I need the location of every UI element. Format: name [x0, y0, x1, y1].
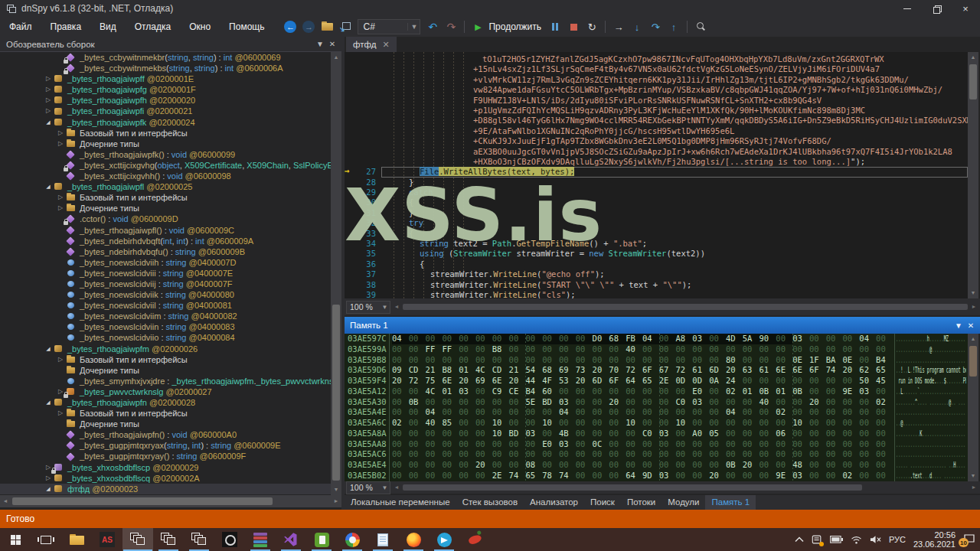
tree-item[interactable]: Дочерние типы	[0, 419, 331, 429]
tree-item[interactable]: ◢_bytes_rthoagjaiwpfk @02000024	[0, 117, 331, 128]
tree-item[interactable]: ◢_bytes_rthoagjaiwpfm @02000026	[0, 344, 331, 354]
language-combobox[interactable]: C# ▼	[358, 19, 420, 34]
navigate-back-button[interactable]: ←	[281, 18, 299, 35]
tree-item[interactable]: ▷Дочерние типы	[0, 203, 331, 214]
dnspy-taskbar-icon[interactable]	[184, 528, 214, 551]
expand-icon[interactable]: ▷	[55, 128, 66, 139]
tree-item[interactable]: _bytes_gugpjmtqxryay() : string @0600009…	[0, 451, 331, 461]
tree-item[interactable]: ▷_bytes_pwvvctwrknslg @02000027	[0, 386, 331, 397]
attach-process-button[interactable]	[336, 18, 354, 35]
continue-button[interactable]: ▶	[469, 18, 487, 35]
memory-vertical-scrollbar[interactable]: ▲ ▼	[968, 334, 978, 481]
memory-row[interactable]: 03AE5A4E00000400000000000000040000000000…	[345, 407, 968, 418]
menu-item[interactable]: Вид	[90, 17, 126, 37]
code-line[interactable]: +15nLv4sxZjz1Lf3SLjrSqCmeF4tBy4v67VN5x0a…	[345, 64, 968, 74]
editor-horizontal-scrollbar[interactable]: ◄ ►	[392, 301, 978, 313]
document-tab[interactable]: фтфд ✕	[346, 37, 397, 52]
notepad-plus-plus-icon[interactable]	[306, 528, 337, 551]
code-line[interactable]: +vlvMrkCW11zj7RmL3vGqZn9sZCEYhitqern6KK1…	[345, 75, 968, 85]
tool-tab[interactable]: Модули	[662, 495, 705, 510]
undo-button[interactable]: ↶	[423, 18, 442, 35]
open-file-button[interactable]	[318, 18, 336, 35]
memory-zoom-combobox[interactable]: 100 % ▼	[346, 481, 390, 494]
breakpoint-gutter[interactable]	[345, 96, 355, 106]
tree-item[interactable]: ▷Базовый тип и интерфейсы	[0, 192, 331, 203]
menu-item[interactable]: Отладка	[126, 17, 180, 37]
panel-close-icon[interactable]: ✕	[326, 40, 338, 48]
tree-item[interactable]: _bytes_rthoagjaiwpfk() : void @06000099	[0, 149, 331, 160]
browser-icon[interactable]	[337, 528, 368, 551]
tree-item[interactable]: _bytes_gugpjmtqxryax(string, int) : stri…	[0, 440, 331, 451]
notification-center-icon[interactable]: 10	[963, 534, 975, 545]
memory-row[interactable]: 03AE59D609CD21B8014CCD21546869732070726F…	[345, 365, 968, 376]
tool-tab[interactable]: Стек вызовов	[456, 495, 524, 510]
tab-close-icon[interactable]: ✕	[382, 40, 389, 50]
panel-menu-icon[interactable]: ▼	[952, 321, 965, 330]
tree-item[interactable]: _bytes_noewslcidviih : string @0400007D	[0, 257, 331, 268]
search-icon[interactable]	[691, 18, 710, 35]
tree-item[interactable]: ◢_bytes_rthoagjaiwpfl @02000025	[0, 181, 331, 192]
menu-item[interactable]: Файл	[0, 17, 41, 37]
breakpoint-gutter[interactable]	[345, 126, 355, 136]
code-line[interactable]: 39streamWriter.WriteLine("cls");	[345, 290, 968, 298]
expand-icon[interactable]: ▷	[55, 408, 66, 419]
battery-icon[interactable]	[830, 536, 843, 543]
tree-item[interactable]: _bytes_ndebirhdvbqfu() : string @0600009…	[0, 246, 331, 257]
code-line[interactable]: +p1UgVmzZdFQIhYcMQSLiH9qzvADRny3PyL3KFjW…	[345, 106, 968, 116]
breakpoint-gutter[interactable]	[345, 85, 355, 95]
code-line[interactable]: tO1uT2HO5r1ZYHZfanlZGdJ5agKCzxhO7pw9867I…	[345, 54, 968, 64]
restart-button[interactable]: ↻	[583, 18, 601, 35]
breakpoint-gutter[interactable]	[345, 136, 355, 146]
close-button[interactable]: ×	[951, 0, 980, 17]
breakpoint-gutter[interactable]	[345, 54, 355, 64]
code-line[interactable]: vw824Apwe1daFGsuYtcC5OLWRbTgx+MpBzrinMYu…	[345, 85, 968, 95]
code-editor[interactable]: tO1uT2HO5r1ZYHZfanlZGdJ5agKCzxhO7pw9867I…	[345, 52, 968, 298]
code-line[interactable]: +D88gl58vl46TyG6lHx7Nmg9WO4cclMRR54REXbG…	[345, 116, 968, 126]
tool-tab[interactable]: Потоки	[621, 495, 662, 510]
breakpoint-gutter[interactable]	[345, 147, 355, 157]
tree-item[interactable]: ▷_bytes_rthoagjaiwpfg @0200001F	[0, 84, 331, 95]
tree-item[interactable]: ▷Базовый тип и интерфейсы	[0, 408, 331, 419]
tree-item[interactable]: _bytes_xcttijcixgvhh() : void @06000098	[0, 171, 331, 181]
code-line[interactable]: +HXBoO3njCBzOFXdv9DAqlluLgS2NxyS6jwlkVh/…	[345, 157, 968, 167]
task-view-button[interactable]	[31, 528, 61, 551]
notepad-icon[interactable]	[368, 528, 398, 551]
tree-item[interactable]: _bytes_noewslcidviim : string @04000082	[0, 311, 331, 321]
collapse-icon[interactable]: ◢	[43, 344, 54, 354]
memory-row[interactable]: 03AE5A1200004C010300C9CEB460000000000000…	[345, 386, 968, 397]
expand-icon[interactable]: ▷	[43, 95, 54, 106]
memory-row[interactable]: 03AE597C040000000000000000000000D068FB04…	[345, 334, 968, 344]
panel-close-icon[interactable]: ✕	[965, 321, 977, 330]
panel-menu-icon[interactable]: ▼	[314, 40, 326, 48]
tree-item[interactable]: ▷Базовый тип и интерфейсы	[0, 128, 331, 139]
collapse-icon[interactable]: ◢	[43, 117, 54, 128]
dnspy-taskbar-icon[interactable]	[153, 528, 184, 551]
language-indicator[interactable]: РУС	[889, 535, 906, 544]
tree-item[interactable]: ▷_bytes_xhxosbdbflscq @0200002A	[0, 473, 331, 484]
code-line[interactable]: aEX3BO0uuJgcGT0vVn1jpV5J8SOcZSiGZu9aApzJ…	[345, 147, 968, 157]
tree-item[interactable]: _bytes_rthoagjaiwpfl() : void @0600009C	[0, 225, 331, 236]
tree-item[interactable]: _bytes_noewslcidviin : string @04000083	[0, 321, 331, 332]
code-line[interactable]: F9UHWZ1J8V+LNlS/iDs/2dIyu80iSFviPLorRsSN…	[345, 96, 968, 106]
tree-item[interactable]: Дочерние типы	[0, 365, 331, 376]
memory-row[interactable]: 03AE5AC600000000000000000000000000000000…	[345, 449, 968, 460]
stop-button[interactable]	[564, 18, 583, 35]
code-line[interactable]: +9E/AtaFwNlbo1XGNuINc2qRoPhY0jjcG/hscsH9…	[345, 126, 968, 136]
memory-row[interactable]: 03AE5A6C02004085000010000010000000001000…	[345, 418, 968, 429]
wifi-icon[interactable]	[851, 536, 862, 544]
memory-row[interactable]: 03AE5A8A00000000000010BD03004B00000000C0…	[345, 429, 968, 439]
breakpoint-gutter[interactable]	[345, 157, 355, 167]
step-over-button[interactable]: ↷	[646, 18, 665, 35]
tree-item[interactable]: _bytes_rthoagjaiwpfn() : void @060000A0	[0, 429, 331, 440]
tree-item[interactable]: _bytes_ccbywitnmekbs(string, string) : i…	[0, 63, 331, 73]
breakpoint-gutter[interactable]	[345, 106, 355, 116]
editor-zoom-combobox[interactable]: 100 % ▼	[346, 301, 390, 314]
tree-vertical-scrollbar[interactable]: ▲ ▼	[331, 52, 341, 495]
tree-item[interactable]: ▷Дочерние типы	[0, 139, 331, 149]
step-out-button[interactable]: ↑	[665, 18, 683, 35]
pause-button[interactable]	[546, 18, 564, 35]
tree-item[interactable]: _bytes_noewslcidviii : string @0400007E	[0, 268, 331, 279]
navigate-forward-button[interactable]: →	[299, 18, 318, 35]
tree-item[interactable]: _bytes_noewslcidviij : string @0400007F	[0, 279, 331, 289]
collapse-icon[interactable]: ◢	[43, 181, 54, 192]
